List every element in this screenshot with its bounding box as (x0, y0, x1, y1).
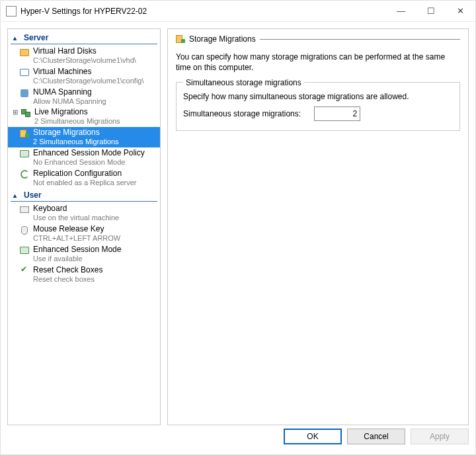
tree-item-sub: C:\ClusterStorage\volume1\vhd\ (33, 56, 136, 65)
simultaneous-migrations-input[interactable] (314, 106, 360, 121)
group-instruction: Specify how many simultaneous storage mi… (183, 92, 453, 101)
tree-item-enhanced-session-mode-policy[interactable]: Enhanced Session Mode Policy No Enhanced… (8, 147, 160, 168)
check-icon (19, 266, 30, 276)
tree-item-label: Virtual Hard Disks (33, 46, 136, 56)
section-header-user[interactable]: ▴ User (11, 189, 157, 202)
tree-item-sub: 2 Simultaneous Migrations (34, 117, 120, 126)
window-title: Hyper-V Settings for HYPERV22-02 (20, 7, 147, 16)
tree-item-label: Enhanced Session Mode (33, 245, 121, 255)
titlebar: Hyper-V Settings for HYPERV22-02 — ☐ ✕ (1, 1, 475, 22)
replication-icon (19, 169, 30, 180)
minimize-button[interactable]: — (386, 1, 416, 21)
cancel-button[interactable]: Cancel (347, 429, 405, 444)
close-button[interactable]: ✕ (446, 1, 475, 21)
storage-migration-icon (176, 35, 185, 43)
maximize-button[interactable]: ☐ (416, 1, 446, 21)
tree-item-keyboard[interactable]: Keyboard Use on the virtual machine (8, 203, 160, 224)
tree-item-replication-configuration[interactable]: Replication Configuration Not enabled as… (8, 168, 160, 188)
chevron-up-icon: ▴ (13, 192, 21, 199)
mouse-icon (19, 225, 30, 235)
tree-item-virtual-machines[interactable]: Virtual Machines C:\ClusterStorage\volum… (8, 66, 160, 87)
section-label: Server (24, 33, 48, 42)
tree-item-sub: Not enabled as a Replica server (33, 179, 137, 188)
keyboard-icon (19, 204, 30, 215)
folder-icon (19, 47, 30, 58)
numa-icon (19, 88, 30, 99)
tree-item-label: NUMA Spanning (33, 87, 106, 97)
storage-migration-icon (19, 128, 30, 139)
dialog-buttons: OK Cancel Apply (1, 425, 475, 454)
tree-item-mouse-release-key[interactable]: Mouse Release Key CTRL+ALT+LEFT ARROW (8, 224, 160, 244)
tree-item-reset-check-boxes[interactable]: Reset Check Boxes Reset check boxes (8, 265, 160, 285)
expand-icon[interactable]: ⊞ (11, 108, 20, 117)
tree-item-label: Keyboard (33, 204, 119, 214)
migration-icon (20, 108, 32, 118)
tree-item-storage-migrations[interactable]: Storage Migrations 2 Simultaneous Migrat… (8, 127, 160, 147)
separator (260, 39, 460, 40)
tree-item-sub: Use if available (33, 255, 121, 264)
panel-title: Storage Migrations (189, 34, 256, 44)
simultaneous-migrations-label: Simultaneous storage migrations: (183, 109, 301, 118)
settings-panel: Storage Migrations You can specify how m… (167, 28, 469, 425)
tree-item-enhanced-session-mode[interactable]: Enhanced Session Mode Use if available (8, 244, 160, 265)
tree-item-label: Virtual Machines (33, 67, 144, 77)
tree-item-sub: C:\ClusterStorage\volume1\config\ (33, 77, 144, 86)
tree-item-label: Storage Migrations (33, 128, 119, 138)
tree-item-sub: Allow NUMA Spanning (33, 97, 106, 106)
ok-button[interactable]: OK (284, 429, 342, 444)
section-label: User (24, 190, 42, 200)
monitor-icon (19, 149, 30, 159)
tree-item-virtual-hard-disks[interactable]: Virtual Hard Disks C:\ClusterStorage\vol… (8, 46, 160, 66)
simultaneous-migrations-group: Simultaneous storage migrations Specify … (176, 82, 460, 131)
group-legend: Simultaneous storage migrations (183, 78, 304, 87)
tree-item-label: Reset Check Boxes (33, 265, 102, 275)
tree-item-sub: No Enhanced Session Mode (33, 158, 145, 167)
monitor-icon (19, 245, 30, 256)
tree-item-sub: Reset check boxes (33, 275, 102, 284)
vm-icon (19, 67, 30, 78)
tree-item-label: Enhanced Session Mode Policy (33, 148, 145, 158)
tree-item-sub: Use on the virtual machine (33, 214, 119, 223)
tree-item-label: Live Migrations (34, 107, 120, 117)
app-icon (6, 6, 17, 17)
content-area: ▴ Server Virtual Hard Disks C:\ClusterSt… (1, 22, 475, 425)
panel-description: You can specify how many storage migrati… (176, 52, 460, 73)
tree-item-live-migrations[interactable]: ⊞ Live Migrations 2 Simultaneous Migrati… (8, 106, 160, 127)
section-header-server[interactable]: ▴ Server (11, 32, 157, 44)
tree-item-label: Replication Configuration (33, 169, 137, 179)
tree-item-numa-spanning[interactable]: NUMA Spanning Allow NUMA Spanning (8, 87, 160, 107)
tree-item-label: Mouse Release Key (33, 224, 120, 234)
tree-item-sub: 2 Simultaneous Migrations (33, 138, 119, 147)
chevron-up-icon: ▴ (13, 34, 21, 42)
tree-item-sub: CTRL+ALT+LEFT ARROW (33, 234, 120, 243)
apply-button[interactable]: Apply (411, 429, 469, 444)
settings-tree[interactable]: ▴ Server Virtual Hard Disks C:\ClusterSt… (7, 28, 161, 425)
